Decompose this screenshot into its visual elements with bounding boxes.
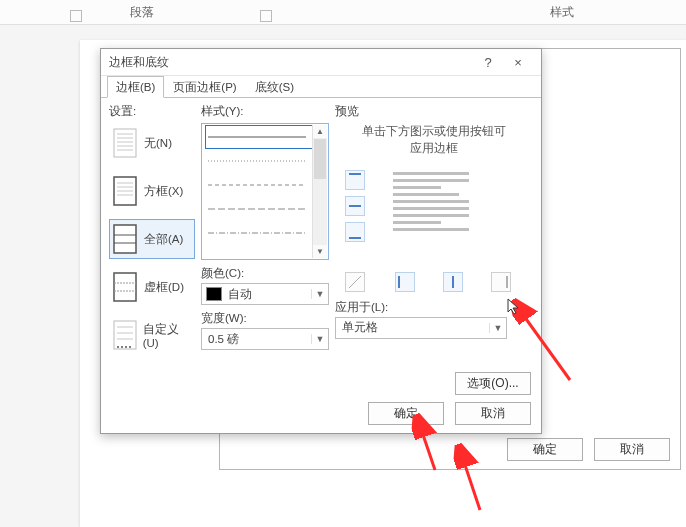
tab-page-border[interactable]: 页面边框(P) bbox=[164, 76, 245, 98]
style-item-dashed2[interactable] bbox=[206, 198, 312, 220]
preview-page[interactable] bbox=[387, 168, 475, 258]
svg-rect-11 bbox=[114, 225, 136, 253]
borders-shading-dialog: 边框和底纹 ? × 边框(B) 页面边框(P) 底纹(S) 设置: 无(N) 方… bbox=[100, 48, 542, 434]
border-left-button[interactable] bbox=[395, 272, 415, 292]
custom-icon bbox=[112, 319, 137, 351]
svg-rect-17 bbox=[114, 321, 136, 349]
preview-label: 预览 bbox=[335, 104, 533, 119]
svg-point-21 bbox=[117, 346, 119, 348]
ribbon-group-paragraph: 段落 bbox=[130, 4, 154, 21]
setting-custom-label: 自定义(U) bbox=[143, 322, 192, 349]
tab-shading[interactable]: 底纹(S) bbox=[246, 76, 303, 98]
border-vmiddle-button[interactable] bbox=[443, 272, 463, 292]
all-icon bbox=[112, 223, 138, 255]
ribbon: 段落 样式 bbox=[0, 0, 686, 25]
border-diag1-button[interactable] bbox=[345, 272, 365, 292]
setting-grid-label: 虚框(D) bbox=[144, 280, 184, 295]
style-label: 样式(Y): bbox=[201, 104, 329, 119]
apply-to-dropdown[interactable]: 单元格 ▼ bbox=[335, 317, 507, 339]
scroll-up-icon[interactable]: ▲ bbox=[313, 125, 327, 138]
none-icon bbox=[112, 127, 138, 159]
cancel-button[interactable]: 取消 bbox=[455, 402, 531, 425]
style-item-dotted[interactable] bbox=[206, 150, 312, 172]
box-icon bbox=[112, 175, 138, 207]
grid-icon bbox=[112, 271, 138, 303]
apply-to-value: 单元格 bbox=[336, 320, 489, 335]
setting-custom[interactable]: 自定义(U) bbox=[109, 315, 195, 355]
tab-strip: 边框(B) 页面边框(P) 底纹(S) bbox=[101, 76, 541, 98]
setting-box-label: 方框(X) bbox=[144, 184, 183, 199]
setting-all-label: 全部(A) bbox=[144, 232, 183, 247]
parent-ok-button[interactable]: 确定 bbox=[507, 438, 583, 461]
preview-hint: 单击下方图示或使用按钮可 应用边框 bbox=[335, 123, 533, 158]
width-dropdown[interactable]: 0.5 磅 ▼ bbox=[201, 328, 329, 350]
border-hmiddle-button[interactable] bbox=[345, 196, 365, 216]
svg-line-33 bbox=[349, 276, 361, 288]
chevron-down-icon: ▼ bbox=[311, 334, 328, 344]
setting-label: 设置: bbox=[109, 104, 195, 119]
width-label: 宽度(W): bbox=[201, 311, 329, 326]
scroll-thumb[interactable] bbox=[314, 139, 326, 179]
preview-area bbox=[335, 164, 533, 294]
width-value: 0.5 磅 bbox=[202, 332, 311, 347]
svg-point-23 bbox=[125, 346, 127, 348]
svg-rect-14 bbox=[114, 273, 136, 301]
svg-point-24 bbox=[129, 346, 131, 348]
style-item-solid[interactable] bbox=[206, 126, 312, 148]
paragraph-divider-icon bbox=[260, 10, 272, 22]
color-value: 自动 bbox=[222, 287, 311, 302]
apply-to-label: 应用于(L): bbox=[335, 300, 533, 315]
setting-all[interactable]: 全部(A) bbox=[109, 219, 195, 259]
ok-button[interactable]: 确定 bbox=[368, 402, 444, 425]
options-button[interactable]: 选项(O)... bbox=[455, 372, 531, 395]
svg-point-22 bbox=[121, 346, 123, 348]
setting-none-label: 无(N) bbox=[144, 136, 172, 151]
style-scrollbar[interactable]: ▲ ▼ bbox=[312, 125, 327, 258]
border-top-button[interactable] bbox=[345, 170, 365, 190]
color-swatch-icon bbox=[206, 287, 222, 301]
scroll-down-icon[interactable]: ▼ bbox=[313, 245, 327, 258]
setting-grid[interactable]: 虚框(D) bbox=[109, 267, 195, 307]
svg-rect-0 bbox=[114, 129, 136, 157]
close-button[interactable]: × bbox=[503, 55, 533, 70]
help-button[interactable]: ? bbox=[473, 55, 503, 70]
tab-borders[interactable]: 边框(B) bbox=[107, 76, 164, 98]
chevron-down-icon: ▼ bbox=[489, 323, 506, 333]
color-dropdown[interactable]: 自动 ▼ bbox=[201, 283, 329, 305]
style-item-dashed[interactable] bbox=[206, 174, 312, 196]
paragraph-launcher-icon[interactable] bbox=[70, 10, 82, 22]
setting-none[interactable]: 无(N) bbox=[109, 123, 195, 163]
style-listbox[interactable]: ▲ ▼ bbox=[201, 123, 329, 260]
border-right-button[interactable] bbox=[491, 272, 511, 292]
chevron-down-icon: ▼ bbox=[311, 289, 328, 299]
parent-cancel-button[interactable]: 取消 bbox=[594, 438, 670, 461]
style-item-dashdot[interactable] bbox=[206, 222, 312, 244]
color-label: 颜色(C): bbox=[201, 266, 329, 281]
dialog-title: 边框和底纹 bbox=[109, 54, 169, 71]
dialog-titlebar[interactable]: 边框和底纹 ? × bbox=[101, 49, 541, 76]
setting-box[interactable]: 方框(X) bbox=[109, 171, 195, 211]
border-bottom-button[interactable] bbox=[345, 222, 365, 242]
ribbon-group-styles: 样式 bbox=[550, 4, 574, 21]
